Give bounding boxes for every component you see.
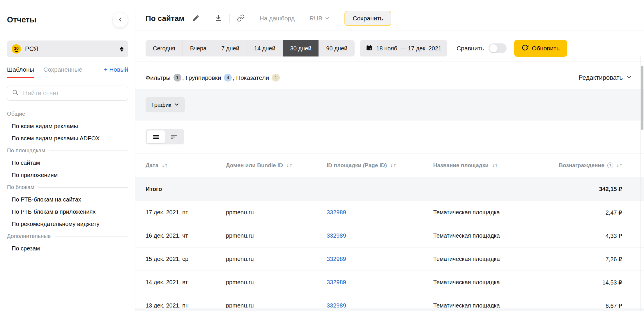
table-view-controls — [135, 121, 644, 153]
divider — [252, 14, 252, 23]
sort-icon[interactable]: ↓↑ — [286, 163, 292, 168]
page-id-link[interactable]: 332989 — [327, 279, 346, 285]
preset-30-days[interactable]: 30 дней — [283, 40, 319, 56]
new-report-link[interactable]: + Новый — [104, 66, 128, 73]
preset-14-days[interactable]: 14 дней — [247, 40, 283, 56]
total-label: Итого — [146, 186, 226, 192]
chevron-down-icon — [325, 15, 330, 22]
filters-label[interactable]: Фильтры — [146, 74, 171, 81]
share-link-button[interactable] — [237, 14, 245, 23]
date-range-picker[interactable]: 18 нояб. — 17 дек. 2021 — [360, 40, 447, 56]
sort-icon[interactable]: ↓↑ — [161, 163, 167, 168]
nav-item-by-apps[interactable]: По приложениям — [7, 169, 128, 181]
sidebar-tabs: Шаблоны Сохраненные + Новый — [7, 66, 128, 78]
tab-templates[interactable]: Шаблоны — [7, 66, 34, 78]
link-icon — [237, 14, 245, 23]
filters-summary-bar: Фильтры 1 , Группировки 4 , Показатели 1… — [135, 61, 644, 89]
page-id-link[interactable]: 332989 — [327, 209, 346, 215]
cell-domain: ppmenu.ru — [226, 232, 327, 239]
page-id-link[interactable]: 332989 — [327, 302, 346, 309]
scrollbar-track — [641, 56, 641, 311]
date-toolbar: Сегодня Вчера 7 дней 14 дней 30 дней 90 … — [135, 31, 644, 61]
sort-icon[interactable]: ↓↑ — [491, 163, 498, 168]
pencil-icon — [192, 14, 200, 23]
date-range-label: 18 нояб. — 17 дек. 2021 — [376, 45, 441, 52]
refresh-icon — [522, 44, 528, 52]
reports-page: Отчеты 10 РСЯ Шаблоны Сохраненные + Новы… — [0, 6, 644, 311]
search-input[interactable] — [22, 89, 123, 97]
save-button[interactable]: Сохранить — [344, 11, 391, 26]
nav-item-by-slices[interactable]: По срезам — [7, 242, 128, 255]
nav-item-all-ads[interactable]: По всем видам рекламы — [7, 120, 128, 132]
report-table: Дата↓↑ Домен или Bundle ID↓↑ ID площадки… — [135, 153, 644, 311]
flat-view-button[interactable] — [147, 130, 165, 143]
divider — [337, 14, 337, 23]
compare-toggle[interactable] — [489, 43, 507, 53]
product-selector[interactable]: 10 РСЯ — [7, 40, 128, 57]
cell-date: 13 дек. 2021, пн — [146, 302, 226, 309]
nav-item-by-sites[interactable]: По сайтам — [7, 157, 128, 169]
preset-90-days[interactable]: 90 дней — [319, 40, 355, 56]
sort-icon[interactable]: ↓↑ — [616, 163, 622, 168]
metrics-label[interactable]: Показатели — [236, 74, 269, 81]
metrics-count-badge[interactable]: 1 — [272, 74, 280, 82]
next-row-edge — [135, 308, 644, 311]
preset-7-days[interactable]: 7 дней — [214, 40, 247, 56]
nav-section-additional: Дополнительные — [7, 230, 128, 242]
cell-domain: ppmenu.ru — [226, 279, 327, 286]
table-row: 17 дек. 2021, пт ppmenu.ru 332989 Темати… — [135, 201, 644, 224]
to-dashboard-link[interactable]: На дашборд — [259, 15, 295, 22]
chart-section: График — [135, 89, 644, 121]
help-icon[interactable]: ? — [607, 162, 613, 168]
table-row: 15 дек. 2021, ср ppmenu.ru 332989 Темати… — [135, 247, 644, 271]
tab-saved[interactable]: Сохраненные — [43, 66, 82, 78]
preset-yesterday[interactable]: Вчера — [183, 40, 214, 56]
edit-title-button[interactable] — [192, 14, 200, 23]
filters-count-badge[interactable]: 1 — [174, 74, 181, 82]
rsya-logo-icon: 10 — [12, 44, 21, 54]
page-id-link[interactable]: 332989 — [327, 232, 346, 239]
tree-view-button[interactable] — [165, 130, 183, 143]
nav-item-recommendation-widget[interactable]: По рекомендательному виджету — [7, 218, 128, 230]
table-header-row: Дата↓↑ Домен или Bundle ID↓↑ ID площадки… — [135, 153, 644, 177]
cell-reward: 4,33 ₽ — [524, 232, 622, 239]
scrollbar-thumb[interactable] — [641, 66, 643, 130]
cell-domain: ppmenu.ru — [226, 302, 327, 309]
column-header-site-name[interactable]: Название площадки↓↑ — [433, 162, 524, 169]
sidebar-collapse-button[interactable] — [112, 12, 128, 28]
nav-section-blocks: По блокам — [7, 181, 128, 193]
cell-site-name: Тематическая площадка — [433, 232, 524, 239]
edit-report-button[interactable]: Редактировать — [578, 74, 632, 82]
column-header-date[interactable]: Дата↓↑ — [146, 162, 226, 169]
nav-item-all-ads-adfox[interactable]: По всем видам рекламы ADFOX — [7, 132, 128, 144]
download-icon — [215, 14, 222, 23]
compare-label: Сравнить — [457, 45, 484, 52]
nav-item-rtb-apps[interactable]: По РТБ-блокам в приложениях — [7, 206, 128, 218]
refresh-button[interactable]: Обновить — [514, 40, 567, 57]
column-header-domain[interactable]: Домен или Bundle ID↓↑ — [226, 162, 327, 169]
column-header-reward[interactable]: Вознаграждение ? ↓↑ — [524, 162, 622, 169]
cell-site-name: Тематическая площадка — [433, 279, 524, 286]
divider — [302, 14, 302, 23]
groupings-label[interactable]: Группировки — [185, 74, 221, 81]
reports-sidebar: Отчеты 10 РСЯ Шаблоны Сохраненные + Новы… — [0, 6, 135, 311]
download-report-button[interactable] — [215, 14, 222, 23]
groupings-count-badge[interactable]: 4 — [224, 74, 232, 82]
sort-icon[interactable]: ↓↑ — [390, 163, 396, 168]
nav-item-rtb-sites[interactable]: По РТБ-блокам на сайтах — [7, 193, 128, 206]
report-templates-nav: Общие По всем видам рекламы По всем вида… — [7, 108, 128, 255]
comma: , — [233, 74, 234, 81]
search-icon — [12, 89, 19, 97]
currency-selector[interactable]: RUB — [309, 15, 330, 22]
select-arrows-icon — [120, 47, 123, 52]
column-header-page-id[interactable]: ID площадки (Page ID)↓↑ — [327, 162, 433, 169]
date-preset-group: Сегодня Вчера 7 дней 14 дней 30 дней 90 … — [146, 40, 355, 56]
divider — [207, 14, 207, 23]
cell-date: 17 дек. 2021, пт — [146, 209, 226, 216]
cell-date: 15 дек. 2021, ср — [146, 256, 226, 262]
preset-today[interactable]: Сегодня — [146, 40, 183, 56]
tree-view-icon — [171, 134, 177, 140]
page-id-link[interactable]: 332989 — [327, 256, 346, 262]
cell-date: 14 дек. 2021, вт — [146, 279, 226, 286]
chart-toggle-button[interactable]: График — [146, 97, 185, 112]
